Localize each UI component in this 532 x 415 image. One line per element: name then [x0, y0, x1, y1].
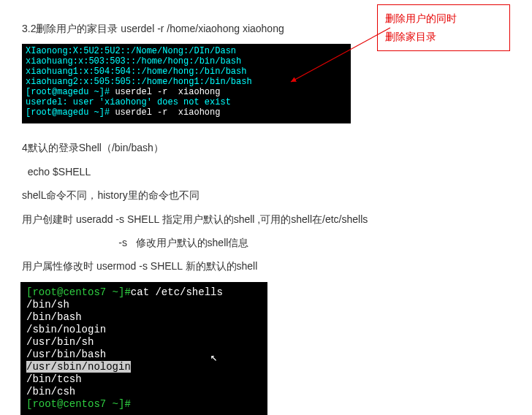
- heading-4: 4默认的登录Shell（/bin/bash）: [22, 140, 510, 156]
- document-body: 删除用户的同时 删除家目录 3.2删除用户的家目录 userdel -r /ho…: [0, 0, 532, 415]
- term2-l7-selected: /usr/sbin/nologin: [26, 361, 131, 373]
- terminal-2: [root@centos7 ~]#cat /etc/shells /bin/sh…: [20, 282, 267, 415]
- callout-box: 删除用户的同时 删除家目录: [377, 4, 510, 51]
- echo-shell: echo $SHELL: [22, 164, 510, 180]
- useradd-note: 用户创建时 useradd -s SHELL 指定用户默认的shell ,可用的…: [22, 211, 510, 227]
- term1-line1: XIaonong:X:5U2:5U2::/Nome/Nong:/DIn/Dasn: [26, 46, 236, 56]
- term2-l9: /bin/csh: [26, 386, 75, 397]
- term1-prompt2: [root@magedu ~]#: [26, 107, 115, 118]
- term1-prompt1: [root@magedu ~]#: [26, 87, 115, 97]
- term2-l6: /usr/bin/bash: [26, 349, 106, 360]
- term1-output: userdel: user 'xiaohong' does not exist: [26, 97, 231, 107]
- terminal-1: XIaonong:X:5U2:5U2::/Nome/Nong:/DIn/Dasn…: [22, 44, 351, 123]
- term1-line2: xiaohuang:x:503:503::/home/hong:/bin/bas…: [26, 56, 241, 66]
- term1-cmd1: userdel -r xiaohong: [115, 87, 220, 97]
- callout-line2: 删除家目录: [385, 28, 502, 46]
- term2-prompt1: [root@centos7 ~]#: [26, 286, 131, 298]
- term2-l5: /usr/bin/sh: [26, 336, 94, 348]
- shell-history-note: shelL命令不同，history里的命令也不同: [22, 187, 510, 203]
- term1-line3: xiaohuang1:x:504:504::/home/hong:/bin/ba…: [26, 66, 246, 77]
- useradd-s-note: -s 修改用户默认的shell信息: [22, 235, 510, 251]
- term2-l2: /bin/sh: [26, 299, 69, 311]
- term2-cmd: cat /etc/shells: [131, 286, 223, 298]
- mouse-cursor-icon: ↖: [210, 352, 218, 365]
- usermod-note: 用户属性修改时 usermod -s SHELL 新的默认的shell: [22, 258, 510, 274]
- term1-line4: xiaohuang2:x:505:505::/home/hong1:/bin/b…: [26, 77, 252, 87]
- term2-prompt2: [root@centos7 ~]#: [26, 398, 131, 410]
- term2-l8: /bin/tcsh: [26, 373, 82, 385]
- callout-line1: 删除用户的同时: [385, 9, 502, 28]
- term2-l4: /sbin/nologin: [26, 324, 106, 335]
- term2-l3: /bin/bash: [26, 311, 82, 323]
- term1-cmd2: userdel -r xiaohong: [115, 107, 220, 118]
